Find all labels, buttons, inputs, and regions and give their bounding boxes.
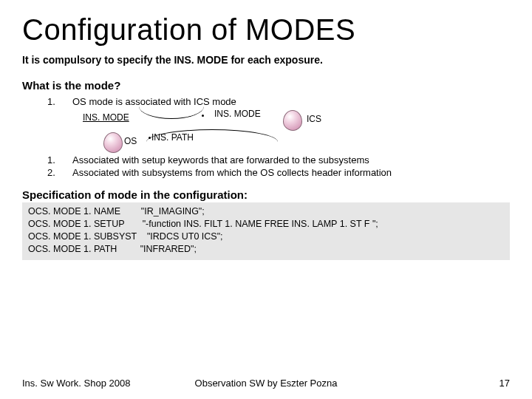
label-ins-mode-right: INS. MODE xyxy=(214,109,261,119)
ics-node-icon xyxy=(283,110,302,131)
mode-heading: What is the mode? xyxy=(22,79,510,92)
spec-heading: Specification of mode in the configurati… xyxy=(22,188,510,201)
list-item: 1. Associated with setup keywords that a… xyxy=(47,154,510,166)
footer-page: 17 xyxy=(499,378,510,389)
list-item: 2. Associated with subsystems from which… xyxy=(47,167,510,178)
mode-diagram: INS. MODE INS. MODE OS ICS INS. PATH xyxy=(72,109,383,153)
list-text: Associated with setup keywords that are … xyxy=(72,154,510,166)
code-block: OCS. MODE 1. NAME "IR_IMAGING"; OCS. MOD… xyxy=(22,202,510,260)
footer-center: Observation SW by Eszter Pozna xyxy=(195,378,338,389)
os-node-icon xyxy=(103,132,123,153)
footer-left: Ins. Sw Work. Shop 2008 xyxy=(22,378,130,389)
list-item: 1. OS mode is associated with ICS mode I… xyxy=(47,96,510,153)
list-number: 1. xyxy=(47,154,72,166)
label-ins-mode-left: INS. MODE xyxy=(83,112,129,123)
page-title: Configuration of MODES xyxy=(22,13,510,47)
list-number: 1. xyxy=(47,96,72,153)
list-number: 2. xyxy=(47,167,72,178)
intro-text: It is compulsory to specify the INS. MOD… xyxy=(22,54,510,66)
label-ics: ICS xyxy=(307,114,321,124)
dot-icon xyxy=(202,115,204,117)
list-text: OS mode is associated with ICS mode xyxy=(72,96,510,107)
list-text: Associated with subsystems from which th… xyxy=(72,167,510,178)
label-os: OS xyxy=(124,136,137,146)
arc-icon xyxy=(139,106,204,119)
footer: Ins. Sw Work. Shop 2008 Observation SW b… xyxy=(0,378,532,389)
dot-icon xyxy=(149,137,151,139)
arc-icon xyxy=(146,129,278,142)
